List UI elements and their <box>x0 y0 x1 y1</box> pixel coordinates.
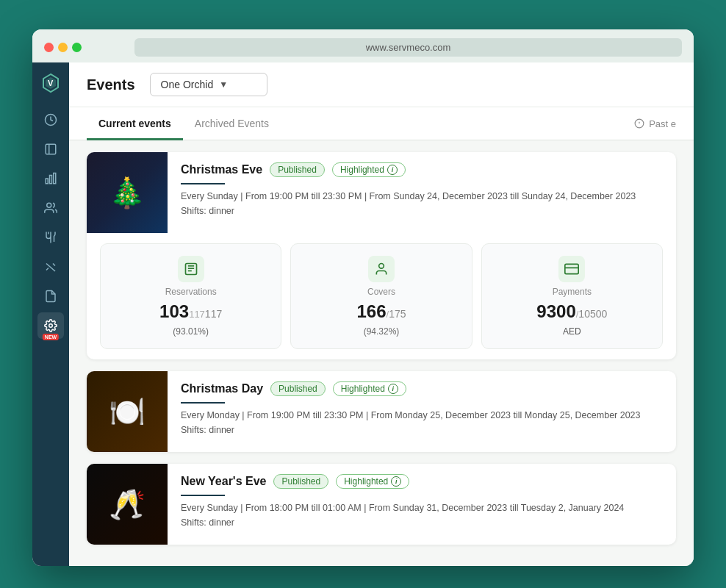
sidebar-item-tools[interactable] <box>37 254 64 280</box>
event-header: Christmas Day Published Highlighted i Ev… <box>87 371 676 452</box>
event-card-christmas-eve: Christmas Eve Published Highlighted i Ev… <box>87 152 676 359</box>
stat-percent-reservations: (93.01%) <box>173 326 209 337</box>
stat-currency: AED <box>563 326 581 337</box>
covers-icon <box>368 256 395 282</box>
sidebar-item-history[interactable] <box>37 107 64 133</box>
header: Events One Orchid ▼ <box>69 62 694 107</box>
svg-rect-6 <box>54 173 56 184</box>
event-title-row: New Year's Eve Published Highlighted i <box>181 474 663 489</box>
info-icon: i <box>388 384 398 394</box>
address-bar[interactable]: www.servmeco.com <box>134 38 682 57</box>
title-underline <box>181 183 225 184</box>
title-underline <box>181 402 225 404</box>
event-image-nye <box>87 464 168 545</box>
stat-label-covers: Covers <box>367 287 395 297</box>
tabs-bar: Current events Archived Events Past e <box>69 107 694 140</box>
venue-selector[interactable]: One Orchid ▼ <box>150 73 267 96</box>
chevron-down-icon: ▼ <box>219 79 228 90</box>
sidebar-item-users[interactable] <box>37 195 64 221</box>
info-icon: i <box>391 476 401 487</box>
stat-value-payments: 9300/10500 <box>536 301 607 322</box>
sidebar-item-fork[interactable] <box>37 224 64 251</box>
svg-rect-4 <box>46 179 48 184</box>
event-image-christmas-eve <box>87 152 168 233</box>
venue-name: One Orchid <box>161 79 214 90</box>
reservations-icon <box>178 256 204 282</box>
stat-label-reservations: Reservations <box>165 287 217 297</box>
event-card-christmas-day: Christmas Day Published Highlighted i Ev… <box>87 371 676 452</box>
sidebar-item-settings[interactable]: NEW <box>37 312 64 339</box>
close-button[interactable] <box>44 43 54 52</box>
stat-card-payments: Payments 9300/10500 AED <box>481 243 663 349</box>
stat-card-reservations: Reservations 103117117 (93.01%) <box>100 243 281 349</box>
browser-chrome: www.servmeco.com <box>32 29 694 62</box>
past-events-button[interactable]: Past e <box>634 118 676 129</box>
event-title-row: Christmas Day Published Highlighted i <box>181 381 663 396</box>
highlighted-badge: Highlighted i <box>332 162 406 177</box>
svg-point-7 <box>47 203 51 207</box>
highlighted-badge: Highlighted i <box>336 474 409 489</box>
sidebar: V <box>32 62 69 566</box>
svg-point-11 <box>49 324 53 328</box>
event-header: Christmas Eve Published Highlighted i Ev… <box>87 152 676 233</box>
app-layout: V <box>32 62 694 566</box>
past-events-label: Past e <box>649 118 676 129</box>
sidebar-item-analytics[interactable] <box>37 165 64 192</box>
event-schedule: Every Sunday | From 19:00 PM till 23:30 … <box>181 189 663 218</box>
svg-rect-5 <box>50 176 52 184</box>
events-list: Christmas Eve Published Highlighted i Ev… <box>69 140 694 566</box>
highlighted-badge: Highlighted i <box>333 381 406 396</box>
stat-label-payments: Payments <box>553 287 592 297</box>
browser-window: www.servmeco.com V <box>32 29 694 566</box>
stat-value-covers: 166/175 <box>356 301 406 322</box>
title-underline <box>181 495 225 496</box>
published-badge: Published <box>273 474 328 489</box>
event-header: New Year's Eve Published Highlighted i E… <box>87 464 676 545</box>
svg-rect-2 <box>46 144 56 154</box>
payments-icon <box>558 256 585 282</box>
new-badge: NEW <box>43 334 59 340</box>
minimize-button[interactable] <box>58 43 68 52</box>
event-schedule: Every Monday | From 19:00 PM till 23:30 … <box>181 408 663 437</box>
svg-line-10 <box>53 264 55 266</box>
event-title: New Year's Eve <box>181 475 266 488</box>
sidebar-item-documents[interactable] <box>37 283 64 309</box>
event-title: Christmas Eve <box>181 163 262 176</box>
tab-archived-events[interactable]: Archived Events <box>183 107 281 140</box>
main-content: Events One Orchid ▼ Current events Archi… <box>69 62 694 566</box>
svg-text:V: V <box>48 79 54 87</box>
app-logo: V <box>37 70 64 96</box>
event-info-christmas-day: Christmas Day Published Highlighted i Ev… <box>168 371 676 452</box>
sidebar-item-contacts[interactable] <box>37 136 64 162</box>
event-image-christmas-day <box>87 371 168 452</box>
event-title-row: Christmas Eve Published Highlighted i <box>181 162 663 177</box>
stat-value-reservations: 103117117 <box>159 301 222 322</box>
event-info-christmas-eve: Christmas Eve Published Highlighted i Ev… <box>168 152 676 233</box>
tab-current-events[interactable]: Current events <box>87 107 183 140</box>
published-badge: Published <box>270 162 325 177</box>
page-title: Events <box>87 76 135 93</box>
event-title: Christmas Day <box>181 382 263 395</box>
published-badge: Published <box>270 381 326 396</box>
stat-card-covers: Covers 166/175 (94.32%) <box>290 243 472 349</box>
svg-rect-20 <box>565 264 578 273</box>
traffic-lights <box>44 43 82 52</box>
stat-percent-covers: (94.32%) <box>364 326 400 337</box>
event-info-nye: New Year's Eve Published Highlighted i E… <box>168 464 676 545</box>
event-card-nye: New Year's Eve Published Highlighted i E… <box>87 464 676 545</box>
info-icon: i <box>387 165 398 175</box>
svg-point-19 <box>379 264 384 269</box>
svg-line-9 <box>46 268 48 270</box>
event-schedule: Every Sunday | From 18:00 PM till 01:00 … <box>181 501 663 530</box>
stats-row: Reservations 103117117 (93.01%) <box>87 233 676 359</box>
maximize-button[interactable] <box>72 43 82 52</box>
